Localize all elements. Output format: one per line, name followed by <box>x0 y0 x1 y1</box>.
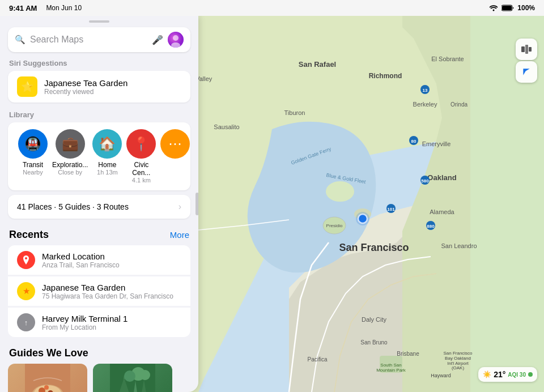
home-icon: 🏠 <box>92 129 122 159</box>
tea-garden-icon: ★ <box>17 282 35 300</box>
explore-label: Exploratio... <box>52 161 88 169</box>
marked-location-icon <box>17 251 35 269</box>
svg-text:Alameda: Alameda <box>430 208 454 215</box>
nature-guide-image <box>93 364 172 392</box>
temperature: 21° <box>494 370 505 379</box>
svg-text:580: 580 <box>421 178 429 184</box>
recent-subtitle-tea-garden: 75 Hagiwara Tea Garden Dr, San Francisco <box>42 292 173 300</box>
svg-text:Mountain Park: Mountain Park <box>376 368 406 373</box>
svg-point-52 <box>173 35 178 41</box>
guide-thumb-nature[interactable] <box>93 364 172 392</box>
transit-label: Transit <box>23 161 43 169</box>
pin-icon <box>21 255 31 265</box>
svg-text:San Rafael: San Rafael <box>299 60 336 69</box>
svg-text:880: 880 <box>427 224 435 229</box>
map-type-button[interactable] <box>516 39 537 60</box>
recent-title-terminal: Harvey Milk Terminal 1 <box>42 314 128 323</box>
search-input[interactable]: Search Maps <box>30 35 147 45</box>
svg-text:Hayward: Hayward <box>431 373 451 378</box>
search-bar[interactable]: 🔍 Search Maps 🎤 <box>8 27 190 52</box>
library-header: Library <box>0 110 198 122</box>
weather-badge[interactable]: ☀️ 21° AQI 30 <box>478 367 537 382</box>
search-container: 🔍 Search Maps 🎤 <box>0 25 198 59</box>
svg-text:Presidio: Presidio <box>326 223 343 228</box>
drag-handle[interactable] <box>0 16 198 25</box>
transit-icon: 🚇 <box>18 129 48 159</box>
home-label: Home <box>98 161 116 169</box>
status-bar: 9:41 AM Mon Jun 10 100% <box>0 0 544 16</box>
svg-text:Emeryville: Emeryville <box>422 140 451 147</box>
suggestion-star-icon: ⭐ <box>17 76 37 97</box>
svg-text:San Francisco: San Francisco <box>443 351 473 356</box>
siri-suggestion-item[interactable]: ⭐ Japanese Tea Garden Recently viewed <box>8 71 190 103</box>
food-guide-image <box>8 364 87 392</box>
civic-icon: 📍 <box>126 129 156 159</box>
microphone-icon[interactable]: 🎤 <box>152 35 163 45</box>
recent-title-marked: Marked Location <box>42 252 120 261</box>
svg-text:Richmond: Richmond <box>369 72 402 80</box>
suggestion-subtitle: Recently viewed <box>44 88 128 96</box>
svg-text:Pacifica: Pacifica <box>307 356 327 363</box>
more-label <box>175 161 176 169</box>
places-text: 41 Places · 5 Guides · 3 Routes <box>17 202 129 211</box>
svg-text:Orinda: Orinda <box>450 101 468 108</box>
civic-label: Civic Cen... <box>126 161 156 177</box>
civic-sublabel: 4.1 km <box>132 177 151 184</box>
library-item-transit[interactable]: 🚇 Transit Nearby <box>16 125 50 186</box>
explore-icon: 💼 <box>56 129 85 159</box>
guide-thumb-food[interactable] <box>8 364 87 392</box>
user-avatar[interactable] <box>168 32 184 48</box>
aqi-value: AQI 30 <box>508 372 526 378</box>
recents-title: Recents <box>9 229 49 241</box>
svg-text:80: 80 <box>411 139 416 144</box>
recent-text-marked: Marked Location Anza Trail, San Francisc… <box>42 252 120 269</box>
library-item-explore[interactable]: 💼 Exploratio... Close by <box>50 125 90 186</box>
recent-item-terminal[interactable]: ↑ Harvey Milk Terminal 1 From My Locatio… <box>8 307 190 337</box>
svg-point-63 <box>140 370 150 380</box>
more-icon: ⋯ <box>160 129 190 159</box>
food-image-svg <box>25 364 70 392</box>
svg-point-4 <box>326 181 354 202</box>
battery-icon <box>502 5 514 11</box>
recent-title-tea-garden: Japanese Tea Garden <box>42 283 173 292</box>
explore-sublabel: Close by <box>58 169 82 176</box>
terminal-icon: ↑ <box>17 313 35 331</box>
svg-text:El Sobrante: El Sobrante <box>431 56 464 62</box>
svg-text:South San: South San <box>380 363 401 368</box>
transit-sublabel: Nearby <box>23 169 42 176</box>
status-time: 9:41 AM <box>9 4 37 12</box>
library-item-home[interactable]: 🏠 Home 1h 13m <box>90 125 124 186</box>
svg-rect-50 <box>529 47 532 52</box>
nature-image-svg <box>110 364 155 392</box>
svg-text:Daly City: Daly City <box>362 316 387 323</box>
svg-text:(OAK): (OAK) <box>452 365 465 370</box>
svg-text:Sausalito: Sausalito <box>214 123 239 130</box>
more-sublabel <box>175 169 176 176</box>
svg-point-0 <box>493 10 495 11</box>
places-row[interactable]: 41 Places · 5 Guides · 3 Routes › <box>8 195 190 219</box>
recents-more-button[interactable]: More <box>170 230 189 240</box>
library-item-more[interactable]: ⋯ <box>158 125 190 186</box>
recent-item-tea-garden[interactable]: ★ Japanese Tea Garden 75 Hagiwara Tea Ga… <box>8 276 190 306</box>
battery-percent: 100% <box>517 4 535 12</box>
sidebar-panel: 🔍 Search Maps 🎤 Siri Suggesti <box>0 16 198 392</box>
recent-subtitle-terminal: From My Location <box>42 323 128 331</box>
location-arrow-icon <box>521 66 532 78</box>
svg-text:Tiburon: Tiburon <box>284 109 305 116</box>
suggestion-title: Japanese Tea Garden <box>44 78 128 88</box>
sidebar-resize-handle[interactable] <box>196 193 198 215</box>
svg-text:Berkeley: Berkeley <box>413 101 437 108</box>
recent-item-marked[interactable]: Marked Location Anza Trail, San Francisc… <box>8 245 190 275</box>
location-button[interactable] <box>516 61 537 83</box>
map-controls <box>516 39 537 83</box>
recent-text-tea-garden: Japanese Tea Garden 75 Hagiwara Tea Gard… <box>42 283 173 300</box>
recents-header: Recents More <box>0 227 198 245</box>
svg-text:Bay Oakland: Bay Oakland <box>445 356 471 361</box>
svg-text:101: 101 <box>387 207 395 212</box>
wifi-icon <box>489 5 498 11</box>
svg-rect-2 <box>502 6 512 10</box>
library-item-civic[interactable]: 📍 Civic Cen... 4.1 km <box>124 125 158 186</box>
svg-text:San Leandro: San Leandro <box>441 242 477 249</box>
recent-text-terminal: Harvey Milk Terminal 1 From My Location <box>42 314 128 331</box>
guides-header: Guides We Love <box>0 345 198 364</box>
